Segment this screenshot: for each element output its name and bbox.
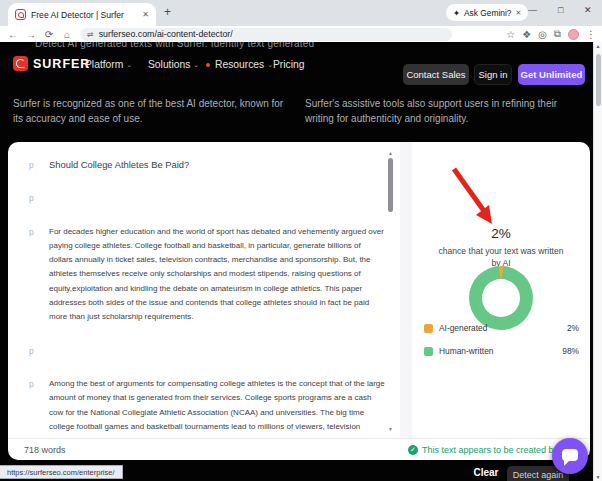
clear-button[interactable]: Clear bbox=[462, 467, 510, 478]
window-maximize-button[interactable]: □ bbox=[558, 5, 563, 15]
chevron-down-icon: ⌄ bbox=[126, 61, 132, 69]
chevron-down-icon: ⌄ bbox=[193, 61, 199, 69]
menu-dots-icon[interactable]: ⋮ bbox=[586, 29, 596, 40]
browser-tab[interactable]: Free AI Detector | Surfer ✕ bbox=[8, 3, 156, 26]
editor-scroll-thumb[interactable] bbox=[388, 158, 393, 212]
tab-title: Free AI Detector | Surfer bbox=[31, 10, 137, 20]
human-written-swatch bbox=[424, 347, 433, 356]
url-text: surferseo.com/ai-content-detector/ bbox=[99, 29, 233, 39]
ai-generated-swatch bbox=[424, 324, 433, 333]
paragraph-marker: p bbox=[8, 225, 49, 325]
legend-item-human-written: Human-written 98% bbox=[424, 345, 579, 357]
page-viewport: Detect AI generated texts with Surfer. I… bbox=[0, 42, 602, 481]
scroll-down-icon[interactable]: ▼ bbox=[386, 426, 395, 432]
sign-in-button[interactable]: Sign in bbox=[474, 64, 512, 85]
window-minimize-button[interactable]: — bbox=[528, 5, 537, 15]
legend-item-ai-generated: AI-generated 2% bbox=[424, 322, 579, 334]
paragraph-text bbox=[49, 191, 398, 205]
paragraph-marker: p bbox=[8, 377, 49, 434]
contact-sales-button[interactable]: Contact Sales bbox=[403, 64, 469, 85]
page-scroll-thumb[interactable] bbox=[596, 54, 601, 106]
card-footer: 718 words ✓ This text appears to be crea… bbox=[8, 438, 590, 460]
home-icon[interactable]: ⌂ bbox=[58, 29, 76, 40]
nav-item-pricing[interactable]: Pricing bbox=[273, 59, 304, 70]
site-info-icon[interactable]: ⇌ bbox=[87, 30, 94, 39]
side-panel-icon[interactable]: ⧉ bbox=[554, 28, 561, 40]
paragraph-text: Should College Athletes Be Paid? bbox=[49, 158, 398, 172]
back-icon[interactable]: ← bbox=[4, 29, 22, 40]
link-status-tooltip: https://surferseo.com/enterprise/ bbox=[0, 465, 123, 479]
address-bar[interactable]: ⇌ surferseo.com/ai-content-detector/ bbox=[80, 28, 452, 41]
ai-score-value: 2% bbox=[412, 226, 590, 241]
get-unlimited-button[interactable]: Get Unlimited bbox=[518, 64, 585, 85]
chat-widget-button[interactable] bbox=[552, 438, 588, 474]
surfer-logo-icon bbox=[13, 56, 28, 71]
reload-icon[interactable]: ⟳ bbox=[40, 29, 58, 40]
tab-close-icon[interactable]: ✕ bbox=[142, 10, 149, 19]
page-scrollbar[interactable]: ▲ ▼ bbox=[593, 42, 602, 481]
text-editor-area[interactable]: pShould College Athletes Be Paid?ppFor d… bbox=[8, 142, 398, 438]
surfer-logo[interactable]: SURFER bbox=[13, 56, 90, 71]
paragraph-row: p bbox=[8, 191, 398, 205]
paragraph-row: pAmong the best of arguments for compens… bbox=[8, 377, 398, 434]
brand-name: SURFER bbox=[33, 57, 90, 71]
forward-icon[interactable]: → bbox=[22, 29, 40, 40]
nav-item-platform[interactable]: Platform⌄ bbox=[85, 59, 132, 70]
paragraph-text bbox=[49, 344, 398, 358]
paragraph-row: pFor decades higher education and the wo… bbox=[8, 225, 398, 325]
chat-bubble-icon bbox=[562, 449, 578, 461]
browser-toolbar: ← → ⟳ ⌂ ⇌ surferseo.com/ai-content-detec… bbox=[0, 26, 602, 42]
bookmark-star-icon[interactable]: ☆ bbox=[506, 29, 515, 40]
notification-dot bbox=[206, 63, 210, 67]
results-panel: 2% chance that your text was written by … bbox=[412, 142, 590, 438]
tab-strip: Free AI Detector | Surfer ✕ + ✦ Ask Gemi… bbox=[0, 0, 602, 26]
ask-gemini-label: Ask Gemini? bbox=[464, 8, 511, 18]
red-arrow-annotation bbox=[446, 164, 506, 234]
profile-avatar[interactable] bbox=[568, 29, 579, 40]
paragraph-marker: p bbox=[8, 158, 49, 172]
nav-item-resources[interactable]: Resources⌄ bbox=[206, 59, 273, 70]
intro-text-right: Surfer's assistive tools also support us… bbox=[305, 97, 587, 126]
check-circle-icon: ✓ bbox=[408, 445, 418, 455]
browser-window: Free AI Detector | Surfer ✕ + ✦ Ask Gemi… bbox=[0, 0, 602, 481]
site-navbar: SURFER Platform⌄ Solutions⌄ Resources⌄ P… bbox=[0, 51, 592, 79]
clipped-hero-text: Detect AI generated texts with Surfer. I… bbox=[35, 42, 314, 49]
new-tab-button[interactable]: + bbox=[164, 5, 171, 19]
paragraph-row: pShould College Athletes Be Paid? bbox=[8, 158, 398, 172]
sparkle-icon: ✦ bbox=[453, 8, 460, 18]
paragraph-text: For decades higher education and the wor… bbox=[49, 225, 398, 325]
nav-item-solutions[interactable]: Solutions⌄ bbox=[148, 59, 199, 70]
gemini-close-icon[interactable]: ✕ bbox=[516, 9, 522, 17]
surfer-favicon-icon bbox=[15, 9, 26, 20]
extensions-icon[interactable]: ❖ bbox=[522, 29, 531, 40]
panel-divider bbox=[400, 142, 412, 438]
word-count: 718 words bbox=[24, 445, 66, 455]
window-close-button[interactable]: ✕ bbox=[584, 5, 592, 15]
detector-card: pShould College Athletes Be Paid?ppFor d… bbox=[8, 142, 590, 460]
page-scroll-up-icon[interactable]: ▲ bbox=[594, 43, 602, 49]
ai-detection-donut-chart bbox=[469, 266, 533, 330]
page-scroll-down-icon[interactable]: ▼ bbox=[594, 474, 602, 480]
paragraph-text: Among the best of arguments for compensa… bbox=[49, 377, 398, 434]
intro-text-left: Surfer is recognized as one of the best … bbox=[13, 97, 291, 126]
paragraph-marker: p bbox=[8, 344, 49, 358]
ask-gemini-chip[interactable]: ✦ Ask Gemini? ✕ bbox=[446, 4, 528, 21]
paragraph-row: p bbox=[8, 344, 398, 358]
search-labs-icon[interactable]: ◎ bbox=[538, 29, 547, 40]
scroll-up-icon[interactable]: ▲ bbox=[386, 150, 395, 156]
editor-scrollbar[interactable]: ▲ ▼ bbox=[386, 150, 395, 432]
paragraph-marker: p bbox=[8, 191, 49, 205]
